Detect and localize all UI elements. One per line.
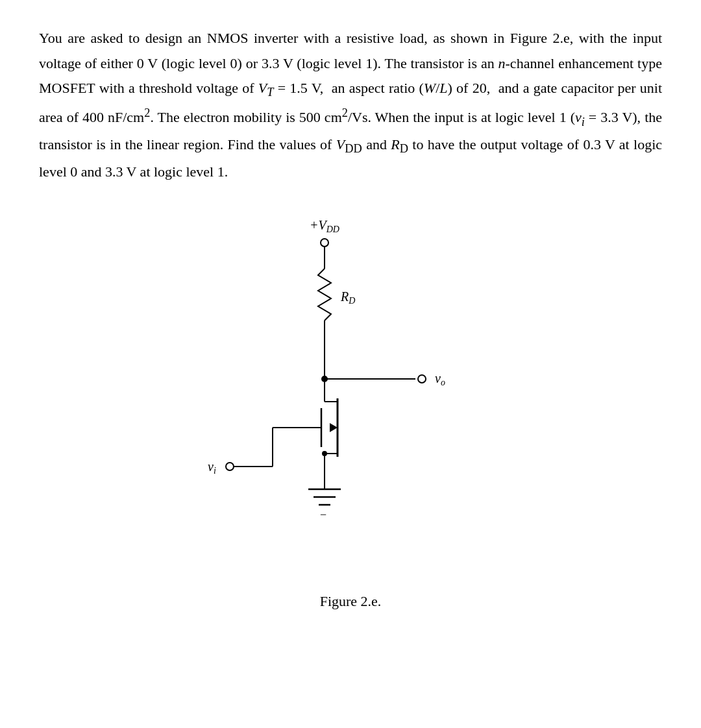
page-content: You are asked to design an NMOS inverter… (39, 26, 662, 610)
mosfet-arrow (330, 423, 338, 432)
figure-caption-text: Figure 2.e. (320, 593, 382, 609)
figure-caption: Figure 2.e. (39, 593, 662, 610)
vi-terminal (226, 463, 234, 470)
vdd-terminal (321, 239, 328, 247)
problem-paragraph: You are asked to design an NMOS inverter… (39, 26, 662, 184)
vi-label: vi (208, 459, 216, 476)
circuit-diagram-container: +VDD RD (39, 210, 662, 574)
resistor-symbol (318, 269, 331, 321)
circuit-svg: +VDD RD (182, 210, 519, 574)
rd-label: RD (340, 289, 355, 306)
problem-text: You are asked to design an NMOS inverter… (39, 26, 662, 184)
vo-label: vo (435, 371, 445, 387)
vdd-label: +VDD (310, 218, 339, 234)
ground-minus-label: − (320, 508, 326, 521)
vo-terminal (418, 375, 426, 383)
